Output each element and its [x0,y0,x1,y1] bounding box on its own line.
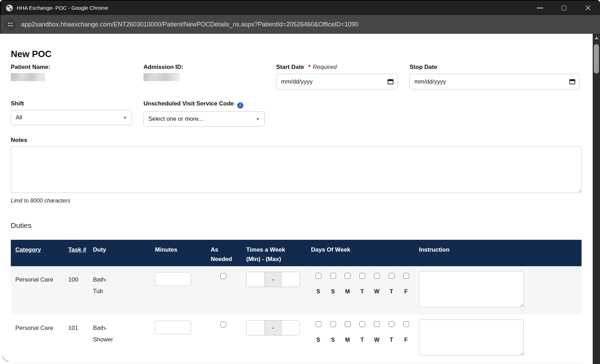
table-row: Personal Care 100 Bath-Tub - SSMTWTF [11,266,582,315]
start-date-input[interactable] [276,74,398,89]
day-checkbox[interactable] [359,273,365,279]
day-checkbox[interactable] [330,321,336,327]
page-title: New POC [11,49,582,59]
titlebar: HHA Exchange- POC - Google Chrome [0,0,600,15]
table-row: Personal Care 101 Bath-Shower - SSMTWTF [11,315,582,363]
shift-label: Shift [11,100,143,107]
times-a-week-group: - [246,272,300,287]
minmax-separator: - [264,321,282,335]
url-text[interactable]: app2sandbox.hhaexchange.com/ENT260301000… [21,21,358,28]
day-checkbox[interactable] [403,273,409,279]
day-checkbox[interactable] [315,321,321,327]
admission-id-value-redacted [143,73,180,81]
page-content: New POC Patient Name: Admission ID: Star… [0,34,593,364]
tune-icon [7,21,14,28]
minutes-cell [155,315,211,363]
stop-date-input[interactable] [410,74,580,89]
form-row-1: Patient Name: Admission ID: Start Date*R… [11,64,582,89]
service-code-label-row: Unscheduled Visit Service Codei [143,100,276,109]
chevron-down-icon: ▼ [255,117,260,121]
day-checkbox[interactable] [345,321,351,327]
days-of-week-group: SSMTWTF [311,315,419,363]
service-code-select[interactable]: Select one or more... ▼ [143,111,265,127]
day-checkbox[interactable] [330,273,336,279]
day-letter: T [360,288,364,295]
scrollbar[interactable] [593,34,600,364]
scroll-thumb[interactable] [594,44,599,73]
service-code-placeholder: Select one or more... [148,116,203,122]
day-letter: T [390,288,393,295]
as-needed-checkbox[interactable] [220,273,226,279]
days-of-week-group: SSMTWTF [311,266,419,315]
minimize-icon [537,8,543,8]
start-date-group: Start Date*Required [276,64,410,89]
minutes-cell [155,266,211,315]
day-checkbox[interactable] [315,273,321,279]
header-task-number[interactable]: Task # [68,240,93,266]
window-title: HHA Exchange- POC - Google Chrome [17,5,108,11]
minmax-separator: - [264,272,282,287]
service-code-label: Unscheduled Visit Service Code [143,100,234,107]
scroll-up-icon[interactable] [594,36,599,39]
times-a-week-cell: - [246,266,311,315]
day-letter: S [317,337,320,343]
day-letter: S [331,337,335,343]
site-settings-button[interactable] [4,18,16,30]
times-week-min-input[interactable] [247,272,264,287]
task-number-cell: 101 [68,315,93,363]
instruction-textarea[interactable] [419,271,524,307]
header-as-needed: As Needed [211,240,246,266]
day-letter: F [404,288,408,295]
notes-label: Notes [11,137,582,144]
url-bar: app2sandbox.hhaexchange.com/ENT260301000… [0,15,600,34]
info-icon[interactable]: i [237,102,243,109]
times-week-max-input[interactable] [282,272,299,287]
shift-group: Shift All ▼ [11,100,143,127]
instruction-textarea[interactable] [419,319,524,356]
header-times-a-week: Times a Week (Min) - (Max) [246,240,311,266]
day-letter: T [360,337,364,343]
duties-table-header: Category Task # Duty Minutes As Needed T… [11,240,582,266]
next-row-partial [11,363,582,364]
stop-date-field [410,74,580,89]
minimize-button[interactable] [528,1,552,15]
stop-date-group: Stop Date [410,64,582,89]
notes-hint: Limit to 8000 characters [11,198,582,204]
header-category[interactable]: Category [11,240,68,266]
admission-id-group: Admission ID: [143,64,276,89]
shift-select[interactable]: All ▼ [11,110,132,125]
day-checkbox[interactable] [403,321,409,327]
minutes-input[interactable] [155,321,191,334]
as-needed-checkbox[interactable] [220,322,226,327]
service-code-group: Unscheduled Visit Service Codei Select o… [143,100,276,127]
close-button[interactable] [576,1,600,15]
day-checkbox[interactable] [374,321,380,327]
day-checkbox[interactable] [389,321,395,327]
day-letter: S [331,288,335,295]
minutes-input[interactable] [155,272,191,286]
day-letter: T [390,337,393,343]
browser-window: HHA Exchange- POC - Google Chrome app2sa… [0,0,600,364]
duties-table: Category Task # Duty Minutes As Needed T… [11,240,582,364]
maximize-icon [562,6,567,10]
day-checkbox[interactable] [345,273,351,279]
patient-name-group: Patient Name: [11,64,143,89]
instruction-cell [419,266,582,315]
form-row-2: Shift All ▼ Unscheduled Visit Service Co… [11,100,582,127]
shift-selected-value: All [16,114,22,121]
day-checkbox[interactable] [389,273,395,279]
times-week-max-input[interactable] [282,321,299,335]
stop-date-label: Stop Date [410,64,582,71]
notes-textarea[interactable] [11,146,582,193]
day-checkbox[interactable] [374,273,380,279]
admission-id-label: Admission ID: [143,64,276,71]
maximize-button[interactable] [552,1,576,15]
header-minutes: Minutes [155,240,211,266]
day-checkbox[interactable] [359,321,365,327]
instruction-cell [419,315,582,363]
start-date-label: Start Date [276,64,304,70]
duty-cell: Bath-Tub [93,266,155,315]
times-week-min-input[interactable] [247,321,264,335]
times-a-week-group: - [246,320,300,335]
start-date-label-row: Start Date*Required [276,64,410,71]
